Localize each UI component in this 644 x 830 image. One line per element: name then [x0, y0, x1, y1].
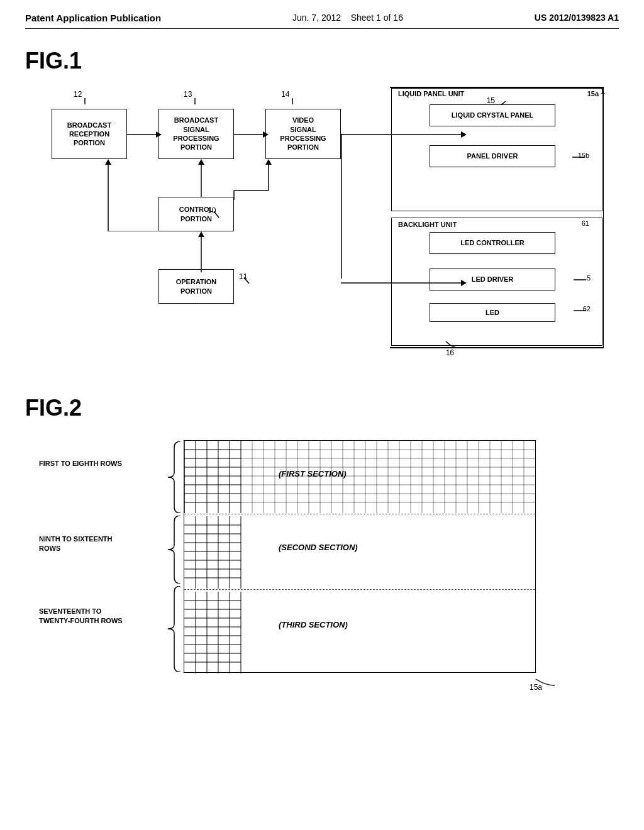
section3-grid: [184, 592, 535, 673]
header-date: Jun. 7, 2012: [292, 13, 341, 23]
section3-label: (THIRD SECTION): [279, 620, 348, 629]
ref16-curve: [443, 338, 462, 351]
outer-right-border: [603, 87, 604, 348]
brace-first: [136, 441, 184, 513]
ref62-line: [574, 307, 589, 314]
brace-second: [136, 516, 184, 584]
main-panel: (FIRST SECTION) (SECOND SECTION): [184, 440, 536, 673]
liquid-panel-unit-label: LIQUID PANEL UNIT: [398, 90, 464, 97]
ref11-line: [244, 277, 257, 287]
ref-13: 13: [184, 90, 192, 99]
arrow-operation-to-control: [196, 231, 206, 272]
page: Patent Application Publication Jun. 7, 2…: [0, 0, 644, 830]
ref-12: 12: [74, 90, 82, 99]
header-patent-number: US 2012/0139823 A1: [535, 13, 619, 23]
fig2-diagram: (FIRST SECTION) (SECOND SECTION): [39, 434, 605, 692]
line-video-down: [341, 134, 342, 279]
fig1-title: FIG.1: [25, 48, 619, 74]
svg-marker-16: [461, 280, 467, 286]
header-date-sheet: Jun. 7, 2012 Sheet 1 of 16: [292, 13, 403, 23]
arrow-video-to-backlight: [341, 278, 467, 288]
arrow-signal-to-video: [234, 130, 269, 140]
section2-grid: [184, 516, 535, 589]
svg-marker-27: [198, 231, 204, 237]
ref15b-line: [572, 153, 588, 161]
ref12-line: [82, 98, 91, 108]
svg-marker-11: [263, 131, 269, 138]
page-header: Patent Application Publication Jun. 7, 2…: [25, 13, 619, 29]
block-broadcast: BROADCAST RECEPTION PORTION: [52, 109, 127, 159]
dashed-divider-1: [184, 514, 535, 514]
svg-marker-21: [105, 159, 111, 165]
rows-label-first: FIRST TO EIGHTH ROWS: [39, 459, 124, 468]
arrow-control-to-broadcast-signal: [196, 159, 206, 197]
arrow-video-to-liquid: [341, 130, 467, 140]
outer-bottom-border: [390, 347, 604, 348]
svg-line-3: [214, 211, 219, 218]
block-video-signal: VIDEO SIGNAL PROCESSING PORTION: [265, 109, 341, 159]
svg-marker-13: [461, 131, 467, 138]
fig2-title: FIG.2: [25, 395, 619, 421]
control-to-video: [231, 159, 281, 200]
header-publication-label: Patent Application Publication: [25, 13, 161, 23]
ref15a-curve-fig2: [533, 676, 558, 689]
control-to-broadcast-reception: [89, 159, 162, 231]
svg-line-4: [244, 277, 249, 284]
brace-third: [136, 586, 184, 672]
block-led: LED: [430, 303, 555, 322]
rows-label-seventeenth: SEVENTEENTH TO TWENTY-FOURTH ROWS: [39, 607, 130, 626]
liquid-panel-unit-box: 15a LIQUID PANEL UNIT LIQUID CRYSTAL PAN…: [391, 88, 602, 211]
ref10-line: [214, 211, 226, 221]
ref14-line: [289, 98, 299, 108]
section1-label: (FIRST SECTION): [279, 469, 347, 479]
block-operation: OPERATION PORTION: [158, 269, 234, 304]
header-sheet: Sheet 1 of 16: [351, 13, 403, 23]
svg-marker-25: [265, 159, 272, 165]
svg-marker-18: [198, 159, 204, 165]
ref13-line: [192, 98, 201, 108]
backlight-unit-label: BACKLIGHT UNIT: [398, 221, 457, 228]
dashed-divider-2: [184, 589, 535, 590]
rows-label-ninth: NINTH TO SIXTEENTH ROWS: [39, 534, 124, 554]
arrow-broadcast-to-signal: [127, 130, 162, 140]
section2-label: (SECOND SECTION): [279, 543, 358, 552]
block-panel-driver: PANEL DRIVER: [430, 145, 555, 167]
ref-14: 14: [281, 90, 289, 99]
block-liquid-crystal: LIQUID CRYSTAL PANEL: [430, 104, 555, 126]
ref-61: 61: [582, 219, 589, 227]
fig1-diagram: 1 15 12 13 14 BROADCAST RECEPTION PORTIO…: [39, 87, 605, 357]
section1-grid: [184, 441, 535, 513]
block-broadcast-signal: BROADCAST SIGNAL PROCESSING PORTION: [158, 109, 234, 159]
ref5-line: [574, 276, 589, 284]
svg-marker-9: [156, 131, 162, 138]
block-led-controller: LED CONTROLLER: [430, 232, 555, 254]
ref-15a-inner: 15a: [587, 90, 599, 97]
